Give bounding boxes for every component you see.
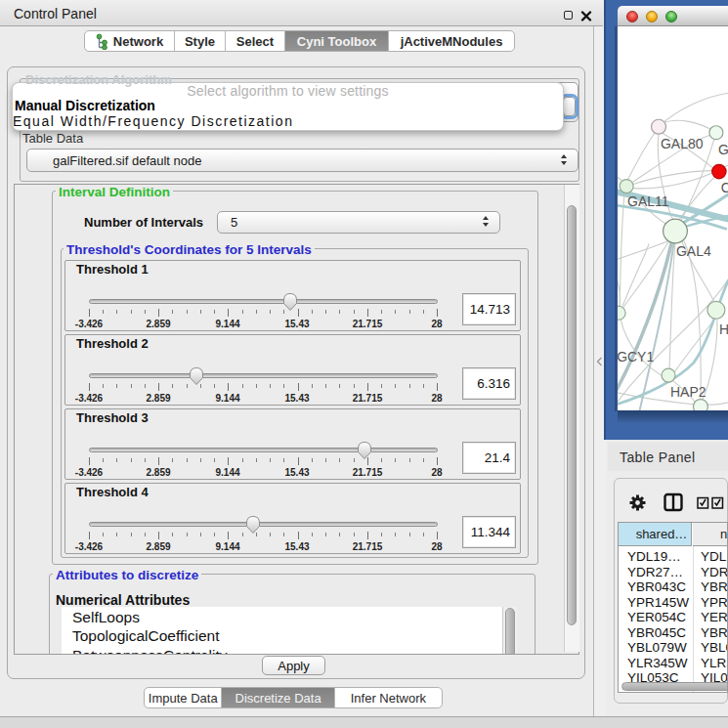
svg-text:HAP2: HAP2 xyxy=(670,384,707,400)
svg-text:GAL80: GAL80 xyxy=(661,136,704,151)
svg-text:CR: CR xyxy=(721,180,728,195)
svg-text:GA: GA xyxy=(718,142,728,157)
svg-text:GCY1: GCY1 xyxy=(618,349,654,364)
svg-text:GAL11: GAL11 xyxy=(627,193,669,209)
svg-text:GAL4: GAL4 xyxy=(676,243,711,259)
svg-text:H: H xyxy=(719,321,728,337)
